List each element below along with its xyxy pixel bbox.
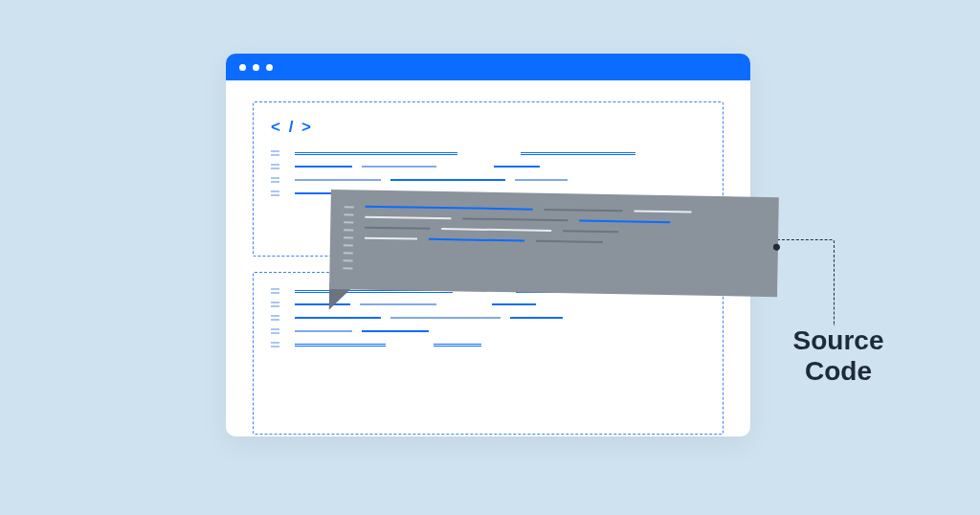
window-control-dot: [266, 64, 273, 71]
snippet-lines: [364, 204, 759, 283]
window-control-dot: [253, 64, 259, 71]
source-code-label: Source Code: [771, 325, 905, 387]
label-line-2: Code: [805, 356, 872, 386]
code-icon: < / >: [271, 118, 705, 137]
snippet-gutter: [343, 203, 353, 276]
code-block-bottom: [253, 272, 724, 435]
connector-dot: [773, 244, 780, 251]
connector-line: [777, 239, 835, 325]
source-code-snippet: [329, 190, 779, 297]
window-titlebar: [226, 54, 750, 80]
label-line-1: Source: [793, 325, 884, 355]
window-control-dot: [239, 64, 246, 71]
